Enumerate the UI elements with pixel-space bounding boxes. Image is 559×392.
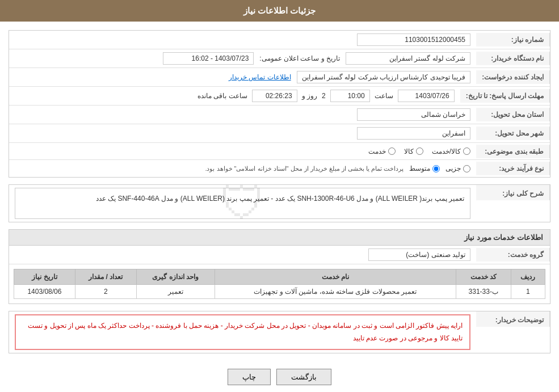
need-number-label: شماره نیاز:: [476, 33, 550, 47]
province-label: استان محل تحویل:: [476, 108, 550, 121]
table-cell-qty: 2: [75, 285, 136, 299]
process-medium-label: متوسط: [409, 165, 430, 172]
category-label: طبقه بندی موضوعی:: [476, 145, 550, 158]
deadline-row: مهلت ارسال پاسخ: تا تاریخ: 1403/07/26 سا…: [9, 87, 550, 106]
radio-service[interactable]: [388, 147, 396, 155]
need-number-value-cell: 1103001512000455: [9, 31, 476, 49]
page-header: جزئیات اطلاعات نیاز: [0, 0, 559, 22]
service-table-container: ردیف کد خدمت نام خدمت واحد اندازه گیری ت…: [9, 264, 550, 304]
buyer-notes-section: توضیحات خریدار: ارایه پیش فاکتور الزامی …: [9, 311, 550, 353]
need-desc-value-cell: تعمیر پمپ برند( ALL WEILER) و مدل SNH-13…: [9, 185, 476, 222]
page-title: جزئیات اطلاعات نیاز: [243, 6, 316, 15]
process-description: پرداخت تمام یا بخشی از مبلغ خریدار از مح…: [205, 165, 404, 172]
need-number-row: شماره نیاز: 1103001512000455: [9, 31, 550, 49]
creator-value-cell: فریبا توحیدی کارشناس ارزیاب شرکت لوله گس…: [9, 68, 476, 86]
radio-goods[interactable]: [416, 147, 423, 155]
content-area: شماره نیاز: 1103001512000455 نام دستگاه …: [0, 22, 559, 392]
announce-date-value: 1403/07/23 - 16:02: [163, 52, 254, 65]
back-button[interactable]: بازگشت: [276, 369, 331, 385]
radio-service-label: خدمت: [368, 147, 386, 155]
deadline-time-label: ساعت: [375, 92, 393, 100]
main-info-section: شماره نیاز: 1103001512000455 نام دستگاه …: [9, 30, 550, 178]
province-value: خراسان شمالی: [357, 108, 470, 121]
deadline-label: مهلت ارسال پاسخ: تا تاریخ:: [460, 89, 550, 103]
services-section: اطلاعات خدمات مورد نیاز گروه خدمت: تولید…: [9, 229, 550, 304]
service-group-row: گروه خدمت: تولید صنعتی (ساخت): [9, 246, 550, 264]
col-unit-header: واحد اندازه گیری: [136, 269, 215, 285]
category-value-cell: کالا/خدمت کالا خدمت: [9, 145, 476, 158]
radio-process-partial[interactable]: [463, 165, 470, 172]
radio-goods-item: کالا: [404, 147, 423, 155]
col-code-header: کد خدمت: [456, 269, 511, 285]
deadline-days: 2: [322, 92, 326, 100]
process-label: نوع فرآیند خرید:: [476, 162, 550, 175]
announce-date-label: تاریخ و ساعت اعلان عمومی:: [259, 54, 340, 62]
process-partial-item: جزیی: [445, 165, 470, 172]
remaining-time: 02:26:23: [252, 90, 297, 102]
radio-service-item: خدمت: [368, 147, 396, 155]
city-label: شهر محل تحویل:: [476, 127, 550, 140]
table-cell-row: 1: [511, 285, 545, 299]
process-partial-label: جزیی: [445, 165, 461, 172]
table-cell-code: ب-33-331: [456, 285, 511, 299]
radio-goods-label: کالا: [404, 147, 414, 155]
buyer-org-value: شرکت لوله گستر اسفراین: [346, 52, 470, 65]
buyer-notes-value-cell: ارایه پیش فاکتور الزامی است و ثبت در سام…: [9, 311, 476, 353]
service-table: ردیف کد خدمت نام خدمت واحد اندازه گیری ت…: [14, 269, 545, 299]
buyer-notes-box: ارایه پیش فاکتور الزامی است و ثبت در سام…: [15, 314, 470, 350]
services-section-header: اطلاعات خدمات مورد نیاز: [9, 230, 550, 246]
need-desc-row: شرح کلی نیاز: تعمیر پمپ برند( ALL WEILER…: [9, 185, 550, 222]
city-value: اسفراین: [357, 127, 470, 140]
creator-label: ایجاد کننده درخواست:: [476, 70, 550, 84]
creator-row: ایجاد کننده درخواست: فریبا توحیدی کارشنا…: [9, 68, 550, 87]
city-row: شهر محل تحویل: اسفراین: [9, 124, 550, 143]
deadline-date: 1403/07/26: [398, 90, 455, 102]
category-row: طبقه بندی موضوعی: کالا/خدمت کالا: [9, 143, 550, 160]
city-value-cell: اسفراین: [9, 124, 476, 142]
province-value-cell: خراسان شمالی: [9, 106, 476, 124]
table-cell-unit: تعمیر: [136, 285, 215, 299]
process-value-cell: جزیی متوسط پرداخت تمام یا بخشی از مبلغ خ…: [9, 162, 476, 175]
contact-link[interactable]: اطلاعات تماس خریدار: [229, 73, 291, 81]
table-cell-date: 1403/08/06: [14, 285, 75, 299]
creator-value: فریبا توحیدی کارشناس ارزیاب شرکت لوله گس…: [297, 71, 470, 83]
need-desc-value: تعمیر پمپ برند( ALL WEILER) و مدل SNH-13…: [96, 195, 464, 203]
buyer-notes-label: توضیحات خریدار:: [476, 311, 550, 327]
radio-goods-service-item: کالا/خدمت: [432, 147, 470, 155]
buyer-org-label: نام دستگاه خریدار:: [476, 52, 550, 65]
process-row: نوع فرآیند خرید: جزیی متوسط پرداخت تمام …: [9, 160, 550, 177]
col-name-header: نام خدمت: [215, 269, 456, 285]
need-desc-box: تعمیر پمپ برند( ALL WEILER) و مدل SNH-13…: [15, 188, 470, 219]
remaining-label: ساعت باقی مانده: [197, 92, 247, 100]
buttons-row: بازگشت چاپ: [9, 360, 550, 392]
service-group-value: تولید صنعتی (ساخت): [368, 248, 470, 261]
process-medium-item: متوسط: [409, 165, 440, 172]
buyer-notes-row: توضیحات خریدار: ارایه پیش فاکتور الزامی …: [9, 311, 550, 353]
buyer-org-value-cell: شرکت لوله گستر اسفراین تاریخ و ساعت اعلا…: [9, 49, 476, 68]
table-cell-name: تعمیر محصولات فلزی ساخته شده، ماشین آلات…: [215, 285, 456, 299]
radio-goods-service[interactable]: [463, 147, 470, 155]
col-qty-header: تعداد / مقدار: [75, 269, 136, 285]
need-desc-section: شرح کلی نیاز: تعمیر پمپ برند( ALL WEILER…: [9, 184, 550, 222]
radio-goods-service-label: کالا/خدمت: [432, 147, 461, 155]
buyer-notes-value: ارایه پیش فاکتور الزامی است و ثبت در سام…: [28, 322, 463, 342]
province-row: استان محل تحویل: خراسان شمالی: [9, 106, 550, 124]
service-group-label: گروه خدمت:: [476, 248, 550, 262]
table-row: 1ب-33-331تعمیر محصولات فلزی ساخته شده، م…: [14, 285, 545, 299]
col-row-header: ردیف: [511, 269, 545, 285]
deadline-value-cell: 1403/07/26 ساعت 10:00 2 روز و 02:26:23 س…: [9, 87, 460, 105]
need-desc-label: شرح کلی نیاز:: [476, 185, 550, 200]
page-container: جزئیات اطلاعات نیاز شماره نیاز: 11030015…: [0, 0, 559, 392]
print-button[interactable]: چاپ: [228, 369, 271, 385]
deadline-time: 10:00: [330, 90, 370, 102]
deadline-days-label: روز و: [302, 92, 317, 100]
buyer-announce-row: نام دستگاه خریدار: شرکت لوله گستر اسفرای…: [9, 49, 550, 68]
service-group-value-cell: تولید صنعتی (ساخت): [9, 246, 476, 264]
need-number-value: 1103001512000455: [357, 33, 470, 46]
radio-process-medium[interactable]: [432, 165, 440, 172]
col-date-header: تاریخ نیاز: [14, 269, 75, 285]
